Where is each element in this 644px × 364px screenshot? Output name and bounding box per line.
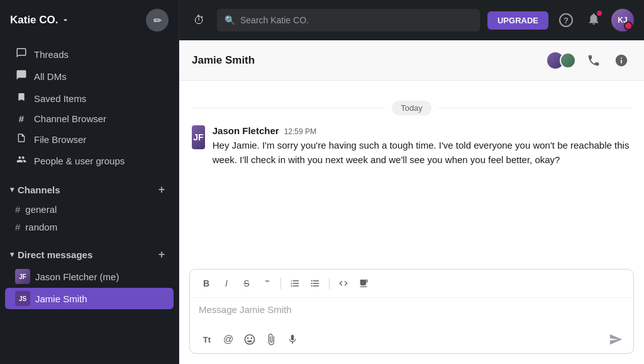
chat-area: Jamie Smith Today JF (179, 40, 644, 364)
question-icon: ? (559, 13, 573, 27)
chat-contact-name: Jamie Smith (192, 54, 255, 67)
people-groups-label: People & user groups (34, 156, 125, 166)
message-time: 12:59 PM (284, 127, 316, 136)
edit-button[interactable]: ✏ (146, 9, 169, 31)
info-button[interactable] (611, 50, 631, 71)
direct-messages-section: ▾ Direct messages + JF Jason Fletcher (m… (0, 244, 179, 310)
ordered-list-button[interactable] (286, 275, 304, 292)
channel-random-label: random (25, 222, 57, 232)
main-content: Threads All DMs Saved Items # Channel Br… (0, 40, 644, 364)
channels-chevron-icon: ▾ (10, 185, 14, 194)
composer-footer: Tt @ (190, 326, 633, 353)
search-text: Search Katie CO. (240, 15, 309, 25)
channel-browser-label: Channel Browser (34, 113, 106, 124)
dm-jamie-label: Jamie Smith (35, 293, 87, 304)
header-avatars (547, 52, 576, 69)
sidebar-item-channel-browser[interactable]: # Channel Browser (5, 110, 174, 128)
bold-button[interactable]: B (197, 275, 215, 292)
user-avatar[interactable]: KJ (611, 9, 634, 31)
workspace-name[interactable]: Katie CO. (10, 14, 70, 26)
jamie-avatar: JS (15, 291, 30, 306)
channel-general-label: general (25, 204, 57, 215)
channels-label: Channels (18, 185, 60, 195)
message-input[interactable]: Message Jamie Smith (190, 298, 633, 326)
sidebar-item-people-groups[interactable]: People & user groups (5, 151, 174, 171)
hash-icon: # (15, 204, 20, 215)
toolbar-divider-1 (280, 278, 281, 289)
message-row: JF Jason Fletcher 12:59 PM Hey Jamie. I'… (192, 125, 631, 167)
all-dms-label: All DMs (34, 71, 67, 82)
all-dms-icon (15, 69, 28, 83)
notification-button[interactable] (584, 10, 604, 30)
dm-jason-label: Jason Fletcher (me) (35, 271, 119, 282)
format-text-button[interactable]: Tt (197, 330, 216, 349)
upgrade-button[interactable]: UPGRADE (487, 11, 548, 30)
sidebar-item-all-dms[interactable]: All DMs (5, 65, 174, 87)
file-browser-label: File Browser (34, 134, 86, 145)
quote-button[interactable]: "" (258, 275, 275, 292)
topbar: Katie CO. ✏ ⏱ 🔍 Search Katie CO. UPGRADE… (0, 0, 644, 40)
threads-label: Threads (34, 49, 69, 60)
threads-icon (15, 47, 28, 61)
channels-section: ▾ Channels + # general # random (0, 179, 179, 236)
search-bar[interactable]: 🔍 Search Katie CO. (217, 9, 480, 31)
help-button[interactable]: ? (556, 10, 576, 30)
dm-item-jamie[interactable]: JS Jamie Smith (5, 288, 174, 309)
audio-button[interactable] (283, 330, 302, 349)
toolbar-divider-2 (329, 278, 330, 289)
dms-chevron-icon: ▾ (10, 250, 14, 259)
channel-item-general[interactable]: # general (5, 201, 174, 218)
saved-items-label: Saved Items (34, 93, 86, 104)
italic-button[interactable]: I (218, 275, 235, 292)
sidebar-item-file-browser[interactable]: File Browser (5, 128, 174, 150)
saved-items-icon (15, 91, 28, 105)
message-composer: B I S "" Message Jam (189, 269, 634, 354)
chat-header-actions (547, 50, 631, 71)
sidebar-item-saved-items[interactable]: Saved Items (5, 88, 174, 109)
message-header: Jason Fletcher 12:59 PM (213, 125, 631, 136)
channel-browser-icon: # (15, 113, 28, 124)
channels-section-header[interactable]: ▾ Channels + (0, 179, 179, 200)
mention-button[interactable]: @ (219, 330, 238, 349)
hash-icon-2: # (15, 222, 20, 232)
add-channel-button[interactable]: + (155, 183, 169, 196)
date-divider: Today (192, 101, 631, 115)
topbar-left: Katie CO. ✏ (0, 0, 179, 40)
composer-footer-left: Tt @ (197, 330, 302, 349)
message-placeholder: Message Jamie Smith (199, 304, 292, 315)
attach-button[interactable] (262, 330, 280, 349)
sender-name: Jason Fletcher (213, 125, 279, 136)
dm-item-jason[interactable]: JF Jason Fletcher (me) (5, 266, 174, 287)
code-block-button[interactable] (355, 275, 372, 292)
sidebar-item-threads[interactable]: Threads (5, 43, 174, 65)
code-button[interactable] (335, 275, 352, 292)
add-dm-button[interactable]: + (155, 247, 169, 261)
pencil-icon: ✏ (153, 14, 162, 26)
chevron-down-icon (61, 16, 70, 25)
search-icon: 🔍 (225, 15, 235, 25)
header-avatar-2 (560, 52, 576, 69)
sender-avatar: JF (192, 125, 205, 149)
direct-messages-header[interactable]: ▾ Direct messages + (0, 244, 179, 265)
file-browser-icon (15, 132, 28, 146)
composer-toolbar: B I S "" (190, 270, 633, 298)
workspace-name-label: Katie CO. (10, 14, 58, 26)
chat-header: Jamie Smith (179, 40, 644, 81)
send-button[interactable] (606, 329, 626, 350)
message-content: Jason Fletcher 12:59 PM Hey Jamie. I'm s… (213, 125, 631, 167)
history-icon: ⏱ (194, 14, 205, 27)
direct-messages-label: Direct messages (18, 249, 92, 260)
messages-area: Today JF Jason Fletcher 12:59 PM Hey Jam… (179, 81, 644, 264)
sidebar: Threads All DMs Saved Items # Channel Br… (0, 40, 179, 364)
bell-icon (587, 12, 601, 29)
jason-avatar: JF (15, 269, 30, 284)
channel-item-random[interactable]: # random (5, 219, 174, 236)
strikethrough-button[interactable]: S (238, 275, 255, 292)
history-button[interactable]: ⏱ (189, 10, 209, 30)
phone-button[interactable] (584, 50, 604, 71)
topbar-right: ⏱ 🔍 Search Katie CO. UPGRADE ? KJ (179, 0, 644, 40)
bullet-list-button[interactable] (306, 275, 324, 292)
message-text: Hey Jamie. I'm sorry you're having such … (213, 139, 631, 167)
date-label: Today (392, 101, 431, 115)
emoji-button[interactable] (240, 330, 259, 349)
